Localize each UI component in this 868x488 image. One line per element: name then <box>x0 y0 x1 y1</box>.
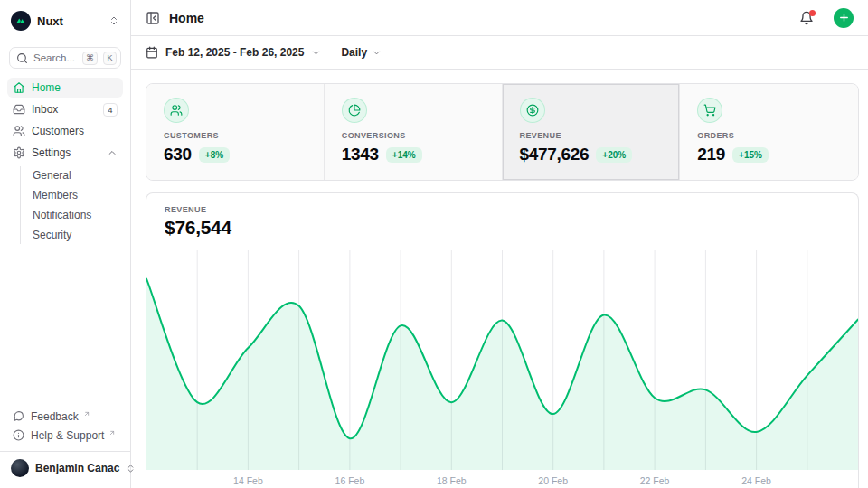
search-icon <box>16 52 28 64</box>
main-panel: Home Feb 12, 2025 - Feb 26, 2025 Daily <box>131 0 868 488</box>
external-link-icon <box>108 429 116 436</box>
stats-row: CUSTOMERS 630 +8% CONVERSIONS 1343 +14% <box>146 83 859 181</box>
content-area: CUSTOMERS 630 +8% CONVERSIONS 1343 +14% <box>131 70 868 488</box>
sidebar-item-home[interactable]: Home <box>7 78 123 98</box>
users-icon <box>164 98 189 123</box>
user-name: Benjamin Canac <box>35 462 119 474</box>
svg-text:20 Feb: 20 Feb <box>538 475 568 486</box>
sidebar-item-inbox[interactable]: Inbox 4 <box>7 99 123 119</box>
granularity-label: Daily <box>341 46 367 59</box>
stat-label: REVENUE <box>520 131 663 140</box>
nuxt-logo-icon <box>11 11 31 31</box>
settings-subnav: General Members Notifications Security <box>20 166 123 244</box>
chevron-up-icon <box>107 147 118 158</box>
inbox-icon <box>13 103 25 116</box>
sidebar-item-label: Settings <box>32 146 100 159</box>
search-placeholder: Search... <box>33 52 77 63</box>
pie-chart-icon <box>342 98 367 123</box>
app-window: Nuxt Search... ⌘ K Home <box>0 0 868 488</box>
sidebar-item-label: Home <box>32 81 118 94</box>
sidebar-item-security[interactable]: Security <box>29 226 123 244</box>
svg-text:18 Feb: 18 Feb <box>437 475 467 486</box>
info-circle-icon <box>13 429 24 441</box>
message-bubble-icon <box>13 410 24 422</box>
stat-label: CONVERSIONS <box>342 131 485 140</box>
chart-header: REVENUE $76,544 <box>146 193 858 239</box>
stat-label: CUSTOMERS <box>164 131 307 140</box>
home-icon <box>13 81 25 94</box>
stat-value: 630 <box>164 145 192 164</box>
avatar <box>11 459 29 477</box>
sidebar-item-general[interactable]: General <box>29 166 123 184</box>
stat-card-orders[interactable]: ORDERS 219 +15% <box>680 84 858 180</box>
delta-badge: +15% <box>732 147 769 163</box>
svg-text:16 Feb: 16 Feb <box>335 475 365 486</box>
notification-dot <box>809 10 816 16</box>
svg-text:14 Feb: 14 Feb <box>233 475 263 486</box>
date-range-picker[interactable]: Feb 12, 2025 - Feb 26, 2025 <box>146 46 321 59</box>
workspace-name: Nuxt <box>37 14 102 28</box>
feedback-label: Feedback <box>31 410 79 423</box>
chevrons-up-down-icon <box>108 15 119 26</box>
calendar-icon <box>146 46 158 59</box>
external-link-icon <box>83 410 90 418</box>
revenue-chart-card: REVENUE $76,544 14 Feb16 Feb18 Feb20 Feb… <box>146 192 859 488</box>
users-icon <box>13 125 25 137</box>
kbd-k: K <box>103 52 117 65</box>
stat-card-revenue[interactable]: REVENUE $477,626 +20% <box>503 84 681 180</box>
sidebar-item-label: Customers <box>32 125 118 137</box>
stat-value: 219 <box>697 145 725 164</box>
chart-metric-label: REVENUE <box>165 205 840 214</box>
delta-badge: +20% <box>596 147 632 163</box>
granularity-select[interactable]: Daily <box>341 46 382 59</box>
inbox-count-badge: 4 <box>103 103 118 117</box>
sidebar-item-settings[interactable]: Settings <box>7 143 123 163</box>
dollar-circle-icon <box>520 98 545 123</box>
revenue-area-chart[interactable]: 14 Feb16 Feb18 Feb20 Feb22 Feb24 Feb <box>146 250 858 488</box>
stat-card-conversions[interactable]: CONVERSIONS 1343 +14% <box>325 84 503 180</box>
svg-text:22 Feb: 22 Feb <box>640 475 670 486</box>
filters-toolbar: Feb 12, 2025 - Feb 26, 2025 Daily <box>131 36 868 70</box>
sidebar-nav: Home Inbox 4 Customers Settings <box>7 78 123 246</box>
page-title: Home <box>169 11 790 25</box>
stat-card-customers[interactable]: CUSTOMERS 630 +8% <box>146 84 325 180</box>
sidebar-item-label: Inbox <box>32 103 97 116</box>
help-support-label: Help & Support <box>31 429 104 442</box>
workspace-selector[interactable]: Nuxt <box>7 7 123 34</box>
chart-plot-area: 14 Feb16 Feb18 Feb20 Feb22 Feb24 Feb <box>146 250 858 488</box>
date-range-label: Feb 12, 2025 - Feb 26, 2025 <box>165 46 304 59</box>
feedback-link[interactable]: Feedback <box>7 407 123 426</box>
kbd-meta: ⌘ <box>82 52 98 65</box>
delta-badge: +8% <box>199 147 230 163</box>
add-button[interactable] <box>834 8 854 28</box>
search-input[interactable]: Search... ⌘ K <box>9 47 121 69</box>
help-support-link[interactable]: Help & Support <box>7 426 123 445</box>
main-header: Home <box>131 0 868 36</box>
sidebar-spacer <box>7 246 123 407</box>
stat-label: ORDERS <box>697 131 841 140</box>
chart-metric-value: $76,544 <box>165 217 840 239</box>
sidebar-item-notifications[interactable]: Notifications <box>29 206 123 224</box>
stat-value: 1343 <box>342 145 379 164</box>
sidebar-item-members[interactable]: Members <box>29 186 123 204</box>
user-menu[interactable]: Benjamin Canac <box>0 451 130 481</box>
chevron-down-icon <box>311 48 321 58</box>
cart-icon <box>697 98 722 123</box>
chevron-down-icon <box>372 48 382 58</box>
delta-badge: +14% <box>386 147 422 163</box>
sidebar: Nuxt Search... ⌘ K Home <box>0 0 131 488</box>
svg-text:24 Feb: 24 Feb <box>741 475 771 486</box>
stat-value: $477,626 <box>520 145 590 164</box>
notifications-bell-button[interactable] <box>799 11 814 25</box>
collapse-sidebar-button[interactable] <box>146 11 160 25</box>
sidebar-item-customers[interactable]: Customers <box>7 121 123 141</box>
gear-icon <box>13 146 25 159</box>
